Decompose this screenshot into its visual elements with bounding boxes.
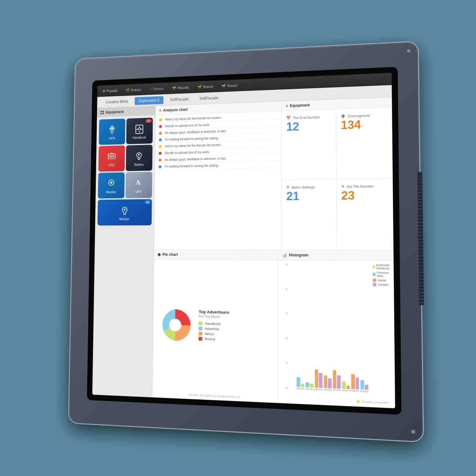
gear2-icon: ⚙ [286, 185, 289, 189]
hist-legend-facial: Facial [373, 279, 391, 282]
pie-legend: Top Advertisers For This Month Handbook … [199, 309, 274, 344]
gear-icon: ⚙ [102, 89, 105, 93]
stat-cell-end-number: 📅 The End Number 12 [282, 109, 336, 180]
dot-red [159, 125, 162, 128]
nav-item-everyo[interactable]: 🌿 Everyo [124, 87, 143, 93]
nav-item-playoffs[interactable]: 🌱 Playoffs [170, 85, 191, 91]
histogram-legend: Keyboard Shortcuts Previous Shot [373, 263, 392, 401]
stat-label-unrecognized: ➕ Unrecognized [341, 113, 387, 118]
stat-cell-unrecognized: ➕ Unrecognized 134 [336, 107, 393, 179]
gear3-icon: ⚙ [341, 184, 345, 188]
bar-set-shots2 [342, 381, 350, 389]
device: ⚙ Popular 🌿 Everyo ✓ Debuts 🌱 Playoffs 🌱 [69, 42, 423, 441]
stat-label-end: 📅 The End Number [286, 115, 331, 120]
svg-text:📷: 📷 [138, 128, 141, 131]
screw-bottom-right [411, 429, 416, 434]
pie-content: Top Advertisers For This Month Handbook … [152, 259, 278, 396]
nav-item-round2[interactable]: 🌱 Round [220, 83, 239, 89]
nav-item-popular[interactable]: ⚙ Popular [101, 88, 120, 94]
bar-round2-orange [333, 370, 337, 388]
histogram-content: 5 4 3 2 1 0 [278, 260, 395, 408]
leaf-active-icon: ✓ [149, 87, 152, 91]
bar-explore1-purple [319, 373, 322, 388]
bar-set-round2 [333, 370, 341, 389]
hist-dot-contact [373, 283, 377, 287]
x-label-shots1: Shots [306, 387, 312, 390]
sidebar-btn-gps[interactable]: GPS [99, 119, 125, 145]
calendar-icon: 📅 [286, 116, 291, 120]
sidebar-btn-monitor-2[interactable]: 02 Monitor [97, 199, 152, 226]
tab-expression[interactable]: Expression 0 [135, 96, 163, 105]
bar-shots1-blue [306, 382, 309, 387]
leaf3-icon: 🌱 [198, 85, 202, 89]
screen-bezel: ⚙ Popular 🌿 Everyo ✓ Debuts 🌱 Playoffs 🌱 [87, 67, 401, 414]
bar-shots2-orange [346, 386, 350, 389]
hist-legend-contact: Contact [373, 283, 391, 287]
stat-value-unrecognized: 134 [341, 118, 387, 131]
histogram-icon: 📊 [282, 253, 287, 257]
legend-subtitle: For This Month [199, 315, 274, 320]
tab-softfacade-1[interactable]: SoftFacade [166, 95, 193, 104]
main-content: Equipment [92, 97, 395, 408]
sidebar-grid: GPS 21 📷 Handbook [95, 115, 155, 228]
bar-set-explore1 [315, 369, 323, 388]
nav-item-debuts[interactable]: ✓ Debuts [148, 86, 165, 92]
svg-text:A: A [136, 179, 141, 186]
bar-explore1-orange [315, 369, 318, 388]
bar-explore2-purple [355, 378, 359, 390]
hist-legend-previous: Previous Shot [373, 271, 391, 278]
bar-shots1-green [310, 383, 313, 387]
footer-dot [357, 400, 360, 403]
stat-cell-set-number: ⚙ Set The Number 23 [337, 178, 393, 250]
bar-chart-icon: ≡ [159, 108, 161, 113]
bar-round1-blue [297, 377, 300, 387]
monitor-icon [106, 178, 117, 189]
bar-shots2-green [342, 381, 346, 389]
tab-softfacade-2[interactable]: SoftFacade [195, 94, 222, 102]
ups-gray-icon: A [133, 178, 144, 189]
stat-value-alarm: 21 [286, 190, 332, 202]
x-label-round2: Round [333, 388, 341, 392]
x-label-design1: Design [323, 388, 332, 392]
leaf4-icon: 🌱 [221, 84, 226, 88]
bar-design1-orange [324, 375, 327, 388]
dot-orange [159, 131, 162, 135]
sidebar-btn-battery[interactable]: Battery [126, 145, 153, 171]
dot-blue [159, 138, 162, 141]
x-label-round1: Round [297, 387, 305, 390]
stat-value-end: 12 [286, 120, 331, 133]
handbook-icon: 📷 [134, 124, 145, 135]
bars-group [297, 369, 368, 390]
hist-dot-facial [373, 279, 377, 282]
hist-dot-keyboard [373, 265, 375, 268]
bar-round1-green [301, 384, 304, 387]
nav-item-round1[interactable]: 🌱 Round [196, 84, 215, 90]
bar-set-design1 [324, 375, 332, 388]
grid-icon [101, 111, 104, 115]
stat-value-set: 23 [341, 189, 388, 202]
pie-header: ◉ Pie chart [154, 250, 278, 260]
sidebar-btn-ups-gray[interactable]: A UPS [125, 172, 152, 198]
stat-cell-alarm: ⚙ Alarm Settings 21 [282, 179, 337, 250]
hist-legend-keyboard: Keyboard Shortcuts [373, 263, 391, 270]
dot-red-2 [159, 152, 162, 155]
sidebar-btn-ups-red[interactable]: UPS [98, 145, 125, 172]
bottom-panels: ◉ Pie chart [152, 250, 395, 408]
pie-chart [157, 306, 194, 345]
sidebar-btn-monitor-1[interactable]: Monitor [98, 172, 125, 198]
bar-set-round1 [297, 377, 304, 387]
svg-point-19 [124, 208, 126, 210]
svg-rect-12 [110, 153, 113, 154]
bar-round2-purple [337, 375, 340, 389]
stats-grid: 📅 The End Number 12 ➕ Unrecognized [282, 107, 393, 250]
battery-icon [134, 151, 144, 162]
right-content: ≡ Analysis chart Here's my ideas for the… [152, 97, 395, 408]
bar-set-explore2 [351, 374, 359, 390]
x-label-shots2: Shots [342, 389, 349, 392]
bar-design2-purple [365, 385, 369, 390]
tab-creative-mints[interactable]: Creative Mints [102, 97, 132, 106]
screen: ⚙ Popular 🌿 Everyo ✓ Debuts 🌱 Playoffs 🌱 [92, 73, 395, 408]
sidebar-btn-handbook[interactable]: 21 📷 Handbook [126, 118, 153, 144]
x-label-explore1: Explore [313, 387, 322, 391]
screw-top-right [406, 49, 411, 53]
